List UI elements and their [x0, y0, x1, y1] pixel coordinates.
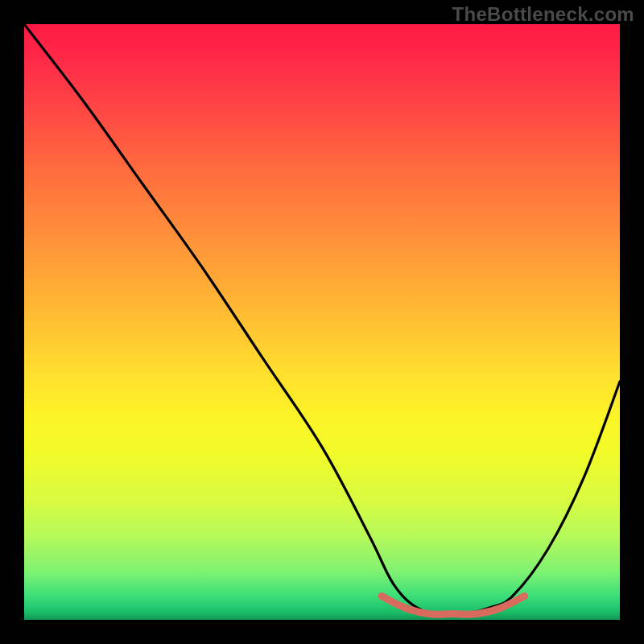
- plot-area: [24, 24, 620, 620]
- chart-frame: TheBottleneck.com: [0, 0, 644, 644]
- bottleneck-curve: [24, 24, 620, 620]
- target-band-path: [382, 596, 525, 614]
- watermark-text: TheBottleneck.com: [452, 3, 634, 26]
- curve-path: [24, 24, 620, 615]
